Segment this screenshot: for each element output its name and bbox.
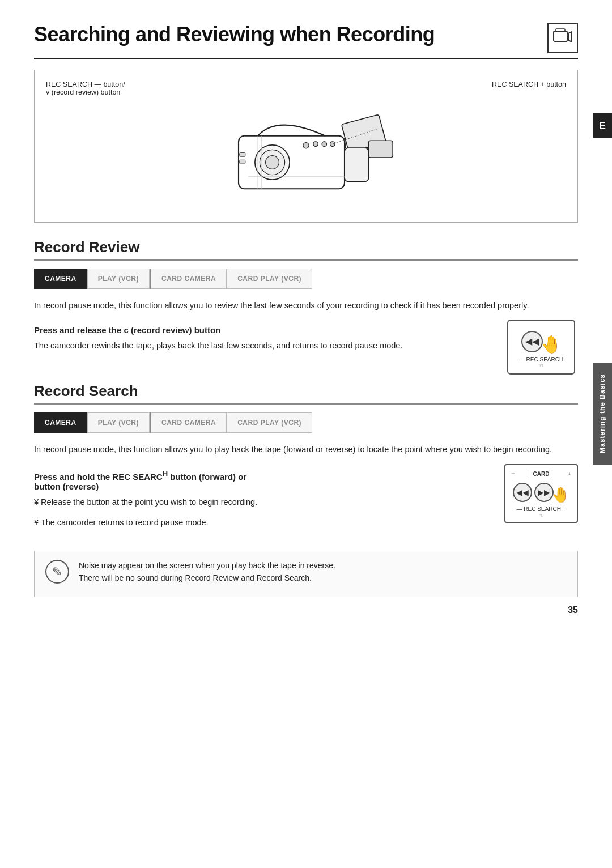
record-search-body1: In record pause mode, this function allo… [34, 443, 578, 456]
rec-search-label-1: — REC SEARCH☜ [519, 356, 563, 369]
page-title-area: Searching and Reviewing when Recording [34, 23, 578, 59]
e-tab-label: E [599, 120, 606, 132]
card-minus: − [511, 470, 515, 477]
record-search-with-image: Press and hold the REC SEARCH button (fo… [34, 464, 578, 537]
e-tab: E [593, 113, 612, 138]
fastforward-btn: ▶▶ [534, 483, 554, 502]
note-text: Noise may appear on the screen when you … [79, 559, 335, 585]
record-search-heading: Record Search [34, 382, 578, 405]
record-search-section: Record Search CAMERA PLAY (VCR) CARD CAM… [34, 382, 578, 537]
record-review-text: Press and release the c (record review) … [34, 320, 493, 360]
mode-play-vcr-2: PLAY (VCR) [87, 412, 150, 433]
record-review-section: Record Review CAMERA PLAY (VCR) CARD CAM… [34, 239, 578, 375]
record-review-image: ◀◀ 🤚 — REC SEARCH☜ [504, 320, 578, 375]
record-search-bullet2: ¥ The camcorder returns to record pause … [34, 516, 493, 529]
svg-rect-0 [554, 31, 567, 41]
rewind-btn-1: ◀◀ [521, 331, 543, 352]
mode-camera-2: CAMERA [34, 412, 87, 433]
card-rec-search-illustration: − CARD + ◀◀ ▶▶ 🤚 — REC SEARCH +☜ [504, 464, 578, 523]
hand-icon-2: 🤚 [551, 486, 570, 504]
rec-search-btn-row-1: ◀◀ 🤚 [521, 329, 562, 354]
record-search-bullet1: ¥ Release the button at the point you wi… [34, 496, 493, 508]
diagram-box: REC SEARCH — button/ v (record review) b… [34, 70, 578, 223]
svg-point-13 [330, 142, 335, 147]
record-review-mode-bar: CAMERA PLAY (VCR) CARD CAMERA CARD PLAY … [34, 269, 578, 289]
rec-search-label-2: — REC SEARCH +☜ [511, 506, 571, 518]
record-review-subheading: Press and release the c (record review) … [34, 325, 493, 335]
diagram-label-left: REC SEARCH — button/ v (record review) b… [46, 80, 125, 96]
note-icon: ✎ [45, 559, 70, 589]
svg-point-12 [322, 142, 327, 147]
note-box: ✎ Noise may appear on the screen when yo… [34, 551, 578, 597]
record-review-body1: In record pause mode, this function allo… [34, 299, 578, 312]
mode-card-play-vcr-2: CARD PLAY (VCR) [227, 412, 312, 433]
record-review-with-image: Press and release the c (record review) … [34, 320, 578, 375]
mode-card-camera-1: CARD CAMERA [151, 269, 227, 289]
rewind-btn-2: ◀◀ [513, 483, 532, 502]
mode-play-vcr-1: PLAY (VCR) [87, 269, 150, 289]
note-line2: There will be no sound during Record Rev… [79, 572, 335, 584]
mastering-label: Mastering the Basics [598, 374, 606, 453]
record-review-heading: Record Review [34, 239, 578, 261]
page-number: 35 [568, 605, 578, 615]
svg-marker-1 [568, 32, 572, 42]
svg-rect-18 [240, 153, 245, 157]
record-search-image: − CARD + ◀◀ ▶▶ 🤚 — REC SEARCH +☜ [504, 464, 578, 523]
record-search-mode-bar: CAMERA PLAY (VCR) CARD CAMERA CARD PLAY … [34, 412, 578, 433]
record-search-subheading: Press and hold the REC SEARCH button (fo… [34, 470, 493, 491]
diagram-labels: REC SEARCH — button/ v (record review) b… [46, 80, 566, 96]
diagram-label-left-line2: v (record review) button [46, 88, 125, 96]
svg-rect-19 [240, 160, 245, 164]
diagram-camera-area [46, 101, 566, 214]
diagram-label-right: REC SEARCH + button [492, 80, 566, 96]
svg-text:✎: ✎ [52, 565, 62, 579]
card-btn-row: ◀◀ ▶▶ 🤚 [511, 482, 571, 504]
diagram-label-left-line1: REC SEARCH — button/ [46, 80, 125, 88]
svg-point-6 [266, 156, 279, 169]
record-review-body2: The camcorder rewinds the tape, plays ba… [34, 339, 493, 352]
svg-rect-3 [239, 136, 345, 189]
mode-camera-1: CAMERA [34, 269, 87, 289]
camcorder-illustration [210, 104, 402, 211]
page-title: Searching and Reviewing when Recording [34, 23, 435, 46]
svg-rect-9 [345, 148, 369, 182]
note-line1: Noise may appear on the screen when you … [79, 559, 335, 572]
mastering-sidebar: Mastering the Basics [593, 363, 612, 465]
card-label: CARD [530, 470, 553, 478]
record-search-text: Press and hold the REC SEARCH button (fo… [34, 464, 493, 537]
mode-card-camera-2: CARD CAMERA [151, 412, 227, 433]
svg-rect-14 [369, 141, 393, 158]
svg-point-10 [303, 143, 309, 148]
page-title-icon [547, 23, 578, 53]
hand-icon-1: 🤚 [541, 334, 562, 354]
svg-point-11 [313, 142, 318, 147]
rec-search-illustration-1: ◀◀ 🤚 — REC SEARCH☜ [507, 320, 575, 375]
svg-rect-2 [556, 29, 565, 31]
card-top-row: − CARD + [511, 470, 571, 478]
mode-card-play-vcr-1: CARD PLAY (VCR) [227, 269, 312, 289]
card-plus: + [568, 470, 571, 477]
